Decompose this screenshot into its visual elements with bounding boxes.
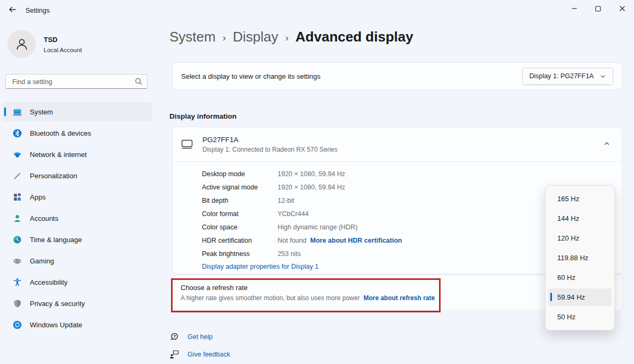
give-feedback-icon (169, 350, 179, 359)
sidebar-item-system[interactable]: System (2, 102, 152, 121)
more-about-hdr-certification-link[interactable]: More about HDR certification (310, 237, 402, 244)
info-row-label: Bit depth (202, 197, 278, 204)
refresh-rate-option-label: 60 Hz (557, 274, 575, 282)
maximize-icon (595, 6, 601, 12)
sidebar-item-personalization[interactable]: Personalization (2, 166, 152, 185)
info-row-value: 253 nits (278, 250, 301, 258)
info-row-label: Desktop mode (202, 170, 278, 178)
refresh-rate-option-label: 120 Hz (557, 234, 579, 242)
refresh-rate-option-label: 50 Hz (557, 313, 575, 321)
sidebar-nav: SystemBluetooth & devicesNetwork & inter… (2, 102, 152, 336)
minimize-button[interactable] (562, 0, 586, 17)
sidebar-item-label: Network & internet (30, 151, 87, 159)
person-icon (14, 36, 30, 52)
give-feedback-label: Give feedback (188, 351, 230, 358)
sidebar-item-time-language[interactable]: Time & language (2, 230, 152, 249)
refresh-rate-option-label: 165 Hz (557, 195, 579, 203)
get-help-link[interactable]: ? Get help (169, 332, 213, 342)
minimize-icon (571, 5, 578, 12)
refresh-rate-option-165-hz[interactable]: 165 Hz (548, 190, 612, 208)
breadcrumb-separator-icon: › (223, 30, 226, 44)
collapse-button[interactable] (604, 139, 610, 149)
search-input[interactable] (11, 75, 133, 89)
time-language-icon (13, 235, 22, 244)
refresh-rate-option-59.94-hz[interactable]: 59.94 Hz (548, 288, 612, 306)
sidebar-item-label: System (30, 108, 53, 116)
display-information-heading: Display information (169, 112, 237, 120)
display-selector-value: Display 1: PG27FF1A (530, 72, 594, 80)
sidebar-item-label: Gaming (30, 257, 54, 265)
refresh-rate-option-119.88-hz[interactable]: 119.88 Hz (548, 249, 612, 267)
sidebar-item-label: Accessibility (30, 278, 68, 286)
refresh-rate-option-144-hz[interactable]: 144 Hz (548, 210, 612, 227)
sidebar-item-label: Apps (30, 193, 46, 201)
account-type: Local Account (44, 47, 82, 53)
more-about-refresh-rate-link[interactable]: More about refresh rate (363, 294, 435, 302)
app-title: Settings (26, 7, 50, 14)
svg-text:?: ? (173, 334, 176, 339)
refresh-rate-subtitle-text: A higher rate gives smoother motion, but… (181, 294, 360, 302)
get-help-label: Get help (188, 333, 213, 341)
sidebar-item-apps[interactable]: Apps (2, 187, 152, 206)
chevron-down-icon (600, 73, 606, 79)
bluetooth-icon (13, 129, 22, 138)
titlebar: Settings (0, 0, 634, 18)
sidebar-item-label: Privacy & security (30, 300, 85, 308)
select-display-card: Select a display to view or change its s… (172, 62, 622, 90)
accessibility-icon (13, 278, 22, 287)
refresh-rate-option-120-hz[interactable]: 120 Hz (548, 229, 612, 247)
refresh-rate-option-label: 144 Hz (557, 214, 579, 222)
windows-update-icon (13, 320, 22, 329)
info-row-label: Peak brightness (202, 250, 278, 258)
sidebar-item-label: Bluetooth & devices (30, 129, 91, 137)
info-row-label: Color space (202, 224, 278, 231)
refresh-rate-dropdown-menu: 165 Hz144 Hz120 Hz119.88 Hz60 Hz59.94 Hz… (545, 185, 615, 330)
info-row-value: High dynamic range (HDR) (278, 224, 357, 231)
refresh-rate-option-label: 59.94 Hz (557, 293, 585, 301)
select-display-label: Select a display to view or change its s… (181, 72, 321, 80)
get-help-icon: ? (169, 332, 179, 342)
sidebar-item-label: Windows Update (30, 321, 82, 329)
search-icon (134, 77, 143, 86)
info-row-value: 1920 × 1080, 59.94 Hz (278, 170, 345, 178)
avatar[interactable] (7, 30, 36, 58)
breadcrumb-display[interactable]: Display (233, 29, 278, 45)
info-row-label: Color format (202, 210, 278, 218)
display-adapter-properties-link[interactable]: Display adapter properties for Display 1 (202, 263, 319, 270)
device-name: PG27FF1A (202, 136, 337, 144)
info-row-value: YCbCr444 (278, 210, 308, 218)
sidebar-item-windows-update[interactable]: Windows Update (2, 315, 152, 334)
sidebar-item-accounts[interactable]: Accounts (2, 209, 152, 228)
refresh-rate-option-50-hz[interactable]: 50 Hz (548, 308, 612, 326)
window-controls (562, 0, 634, 17)
back-button[interactable] (4, 4, 20, 15)
breadcrumb-system[interactable]: System (169, 29, 216, 45)
maximize-button[interactable] (586, 0, 610, 17)
display-info-header[interactable]: PG27FF1A Display 1: Connected to Radeon … (173, 127, 622, 162)
refresh-rate-option-label: 119.88 Hz (557, 254, 588, 262)
sidebar-item-privacy-security[interactable]: Privacy & security (2, 294, 152, 313)
breadcrumb: System › Display › Advanced display (169, 29, 413, 45)
display-info-row: Desktop mode1920 × 1080, 59.94 Hz (202, 167, 622, 180)
sidebar-item-label: Time & language (30, 236, 82, 244)
sidebar-item-bluetooth-devices[interactable]: Bluetooth & devices (2, 123, 152, 143)
page-title: Advanced display (296, 29, 413, 45)
monitor-icon (181, 139, 193, 150)
device-subtitle: Display 1: Connected to Radeon RX 570 Se… (202, 146, 337, 153)
privacy-security-icon (13, 299, 22, 308)
sidebar-item-network-internet[interactable]: Network & internet (2, 145, 152, 164)
sidebar-item-label: Accounts (30, 214, 58, 222)
refresh-rate-option-60-hz[interactable]: 60 Hz (548, 269, 612, 286)
info-row-label: HDR certification (202, 237, 278, 244)
sidebar-item-gaming[interactable]: Gaming (2, 251, 152, 270)
accounts-icon (13, 214, 22, 223)
search-box[interactable] (5, 74, 148, 89)
close-button[interactable] (610, 0, 634, 17)
apps-icon (13, 193, 22, 202)
sidebar-item-accessibility[interactable]: Accessibility (2, 272, 152, 292)
close-icon (619, 5, 625, 12)
display-selector-dropdown[interactable]: Display 1: PG27FF1A (522, 68, 613, 85)
info-row-value: Not found (278, 237, 306, 244)
give-feedback-link[interactable]: Give feedback (169, 350, 230, 359)
info-row-value: 1920 × 1080, 59.94 Hz (278, 184, 345, 191)
